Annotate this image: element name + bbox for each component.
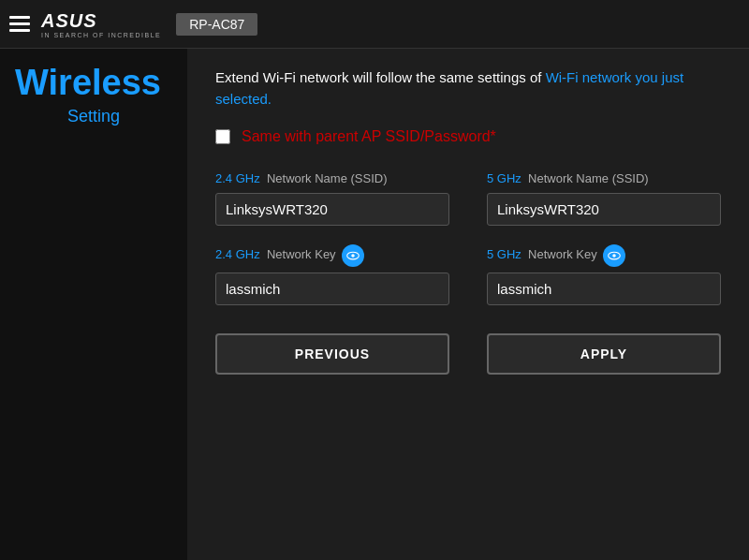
svg-point-3 <box>612 254 616 258</box>
band24-ssid-group: 2.4 GHz Network Name (SSID) <box>215 171 449 226</box>
band24-key-group: 2.4 GHz Network Key <box>215 244 449 305</box>
sidebar-title: Wireless <box>0 64 187 103</box>
same-ssid-checkbox[interactable] <box>215 129 230 144</box>
band5-key-label-row: 5 GHz Network Key <box>487 244 721 267</box>
band24-key-input[interactable] <box>215 273 449 305</box>
band5-ssid-label: 5 GHz Network Name (SSID) <box>487 171 721 187</box>
asus-logo: ASUS IN SEARCH OF INCREDIBLE <box>41 10 161 38</box>
band5-key-label: 5 GHz Network Key <box>487 247 597 263</box>
info-text: Extend Wi-Fi network will follow the sam… <box>215 67 721 110</box>
same-ssid-row: Same with parent AP SSID/Password* <box>215 128 721 145</box>
main-content: Extend Wi-Fi network will follow the sam… <box>187 49 749 560</box>
svg-point-1 <box>351 254 355 258</box>
band24-ssid-label: 2.4 GHz Network Name (SSID) <box>215 171 449 187</box>
band24-key-label: 2.4 GHz Network Key <box>215 247 336 263</box>
logo-main-text: ASUS <box>41 10 97 32</box>
layout: Wireless Setting Extend Wi-Fi network wi… <box>0 49 749 560</box>
band5-key-group: 5 GHz Network Key <box>487 244 721 305</box>
device-name-badge: RP-AC87 <box>176 13 257 36</box>
band24-key-label-row: 2.4 GHz Network Key <box>215 244 449 267</box>
sidebar-subtitle: Setting <box>0 103 187 126</box>
band5-key-input[interactable] <box>487 273 721 305</box>
band24-eye-icon[interactable] <box>342 244 364 267</box>
info-highlight: Wi-Fi network you just selected. <box>215 69 683 107</box>
band5-ssid-input[interactable] <box>487 193 721 226</box>
hamburger-menu[interactable] <box>9 16 30 32</box>
apply-button[interactable]: APPLY <box>487 333 721 375</box>
sidebar: Wireless Setting <box>0 49 187 560</box>
same-ssid-label: Same with parent AP SSID/Password* <box>242 128 496 145</box>
previous-button[interactable]: PREVIOUS <box>215 333 449 375</box>
band5-eye-icon[interactable] <box>603 244 625 267</box>
fields-grid: 2.4 GHz Network Name (SSID) 5 GHz Networ… <box>215 171 721 324</box>
header: ASUS IN SEARCH OF INCREDIBLE RP-AC87 <box>0 0 749 49</box>
band5-ssid-group: 5 GHz Network Name (SSID) <box>487 171 721 226</box>
buttons-row: PREVIOUS APPLY <box>215 333 721 375</box>
logo-sub-text: IN SEARCH OF INCREDIBLE <box>41 32 161 38</box>
band24-ssid-input[interactable] <box>215 193 449 226</box>
